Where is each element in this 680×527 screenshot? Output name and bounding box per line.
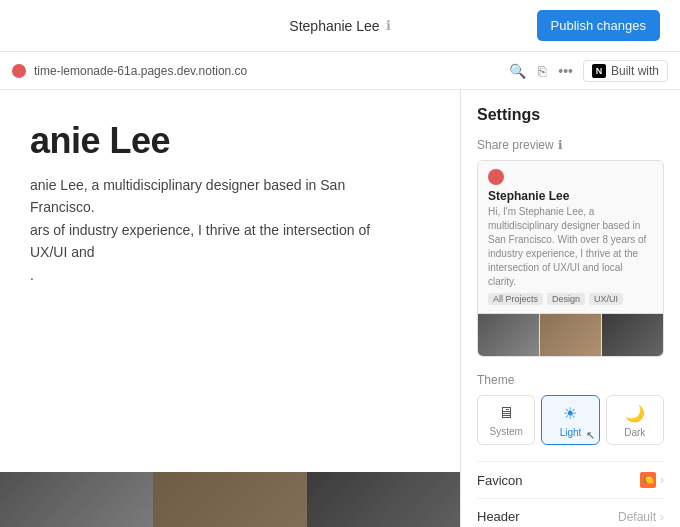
dark-theme-icon: 🌙	[625, 404, 645, 423]
search-icon[interactable]: 🔍	[507, 61, 528, 81]
header-label: Header	[477, 509, 520, 524]
thumbnail-row	[0, 472, 460, 527]
share-info-icon[interactable]: ℹ	[558, 138, 563, 152]
share-preview-card: Stephanie Lee Hi, I'm Stephanie Lee, a m…	[477, 160, 664, 357]
thumbnail-1	[0, 472, 153, 527]
header-chevron-icon: ›	[660, 510, 664, 524]
theme-system-button[interactable]: 🖥 System	[477, 395, 535, 445]
settings-panel: Settings Share preview ℹ Stephanie Lee H…	[460, 90, 680, 527]
thumbnail-3	[307, 472, 460, 527]
system-theme-icon: 🖥	[498, 404, 514, 422]
preview-title: anie Lee	[30, 120, 430, 162]
favicon-label: Favicon	[477, 473, 523, 488]
notion-logo-icon: N	[592, 64, 606, 78]
share-favicon-icon	[488, 169, 504, 185]
tag-design: Design	[547, 293, 585, 305]
url-bar: time-lemonade-61a.pages.dev.notion.co 🔍 …	[0, 52, 680, 90]
system-theme-label: System	[489, 426, 522, 437]
built-with-label: Built with	[611, 64, 659, 78]
header-value: Default ›	[618, 510, 664, 524]
settings-title: Settings	[477, 106, 664, 124]
url-actions: 🔍 ⎘ ••• N Built with	[507, 60, 668, 82]
share-site-desc: Hi, I'm Stephanie Lee, a multidisciplina…	[488, 205, 653, 289]
share-img-2	[540, 314, 602, 356]
share-preview-header: Stephanie Lee Hi, I'm Stephanie Lee, a m…	[478, 161, 663, 314]
url-favicon-icon	[12, 64, 26, 78]
favicon-row[interactable]: Favicon 🍋 ›	[477, 461, 664, 498]
preview-panel: anie Lee anie Lee, a multidisciplinary d…	[0, 90, 460, 527]
share-tags: All Projects Design UX/UI	[488, 293, 653, 305]
tag-uxui: UX/UI	[589, 293, 623, 305]
light-theme-label: Light	[560, 427, 582, 438]
favicon-preview-icon: 🍋	[640, 472, 656, 488]
share-img-3	[602, 314, 663, 356]
share-images	[478, 314, 663, 356]
theme-dark-button[interactable]: 🌙 Dark	[606, 395, 664, 445]
url-text: time-lemonade-61a.pages.dev.notion.co	[34, 64, 499, 78]
built-with-button[interactable]: N Built with	[583, 60, 668, 82]
favicon-value: 🍋 ›	[640, 472, 664, 488]
preview-content: anie Lee anie Lee, a multidisciplinary d…	[30, 110, 430, 286]
more-icon[interactable]: •••	[556, 61, 575, 81]
publish-button[interactable]: Publish changes	[537, 10, 660, 41]
favicon-chevron-icon: ›	[660, 473, 664, 487]
info-icon[interactable]: ℹ	[386, 18, 391, 33]
tag-all-projects: All Projects	[488, 293, 543, 305]
header-value-text: Default	[618, 510, 656, 524]
light-theme-icon: ☀	[563, 404, 577, 423]
share-site-title: Stephanie Lee	[488, 189, 653, 203]
share-preview-label: Share preview ℹ	[477, 138, 664, 152]
theme-options: 🖥 System ☀ Light ↖ 🌙 Dark	[477, 395, 664, 445]
main-area: anie Lee anie Lee, a multidisciplinary d…	[0, 90, 680, 527]
share-img-1	[478, 314, 540, 356]
top-bar: Stephanie Lee ℹ Publish changes	[0, 0, 680, 52]
dark-theme-label: Dark	[624, 427, 645, 438]
header-row[interactable]: Header Default ›	[477, 498, 664, 527]
page-title: Stephanie Lee	[289, 18, 379, 34]
theme-section-label: Theme	[477, 373, 664, 387]
theme-light-button[interactable]: ☀ Light ↖	[541, 395, 599, 445]
page-title-area: Stephanie Lee ℹ	[289, 18, 390, 34]
copy-icon[interactable]: ⎘	[536, 61, 548, 81]
thumbnail-2	[153, 472, 306, 527]
preview-description: anie Lee, a multidisciplinary designer b…	[30, 174, 410, 286]
cursor-indicator: ↖	[586, 429, 595, 442]
